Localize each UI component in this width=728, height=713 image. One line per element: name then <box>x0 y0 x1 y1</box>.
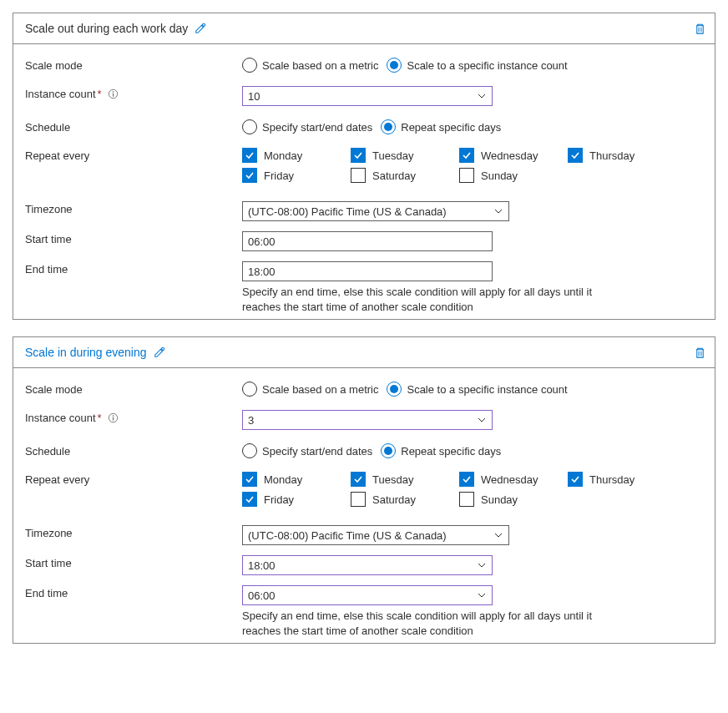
svg-point-4 <box>113 415 114 416</box>
instance-count-field[interactable]: 3 <box>242 410 493 430</box>
panel-header: Scale in during evening <box>13 337 715 368</box>
scale-condition-panel: Scale out during each work day Scale mod… <box>13 13 715 320</box>
end-time-helper: Specify an end time, else this scale con… <box>242 285 618 314</box>
schedule-label: Schedule <box>25 118 242 134</box>
scale-mode-label: Scale mode <box>25 380 242 396</box>
timezone-value: (UTC-08:00) Pacific Time (US & Canada) <box>248 528 493 542</box>
panel-header: Scale out during each work day <box>13 13 715 44</box>
start-time-label: Start time <box>25 554 242 569</box>
chevron-down-icon <box>477 590 487 600</box>
panel-body: Scale mode Scale based on a metric Scale… <box>13 44 715 319</box>
schedule-label: Schedule <box>25 442 242 458</box>
start-time-value: 06:00 <box>248 235 487 248</box>
repeat-every-label: Repeat every <box>25 470 242 486</box>
radio-label: Scale based on a metric <box>262 383 378 396</box>
scale-mode-metric-radio[interactable]: Scale based on a metric <box>242 58 378 73</box>
svg-rect-5 <box>113 417 114 421</box>
day-tuesday[interactable]: Tuesday <box>351 472 459 487</box>
chevron-down-icon <box>493 206 503 216</box>
start-time-label: Start time <box>25 230 242 245</box>
day-friday[interactable]: Friday <box>242 492 351 507</box>
scale-condition-panel: Scale in during evening Scale mode Scale… <box>13 336 715 644</box>
day-saturday[interactable]: Saturday <box>351 492 459 507</box>
day-wednesday[interactable]: Wednesday <box>459 472 568 487</box>
end-time-label: End time <box>25 260 242 276</box>
day-tuesday[interactable]: Tuesday <box>351 148 459 163</box>
radio-label: Repeat specific days <box>401 445 501 458</box>
radio-label: Scale to a specific instance count <box>407 383 567 396</box>
day-friday[interactable]: Friday <box>242 168 351 183</box>
panel-body: Scale mode Scale based on a metric Scale… <box>13 368 715 643</box>
edit-icon[interactable] <box>154 346 165 358</box>
scale-mode-count-radio[interactable]: Scale to a specific instance count <box>387 58 567 73</box>
end-time-label: End time <box>25 584 242 599</box>
edit-icon[interactable] <box>195 23 206 34</box>
end-time-field[interactable]: 18:00 <box>242 261 493 281</box>
timezone-label: Timezone <box>25 200 242 215</box>
day-sunday[interactable]: Sunday <box>459 168 568 183</box>
panel-title: Scale out during each work day <box>25 22 188 35</box>
info-icon[interactable] <box>108 412 119 423</box>
radio-label: Specify start/end dates <box>262 121 372 134</box>
instance-count-label: Instance count* <box>25 84 242 100</box>
schedule-repeat-radio[interactable]: Repeat specific days <box>381 119 501 134</box>
day-monday[interactable]: Monday <box>242 472 351 487</box>
schedule-dates-radio[interactable]: Specify start/end dates <box>242 119 372 134</box>
delete-icon[interactable] <box>694 23 706 35</box>
instance-count-value: 3 <box>248 413 477 427</box>
panel-title: Scale in during evening <box>25 346 147 359</box>
scale-mode-count-radio[interactable]: Scale to a specific instance count <box>387 382 567 397</box>
day-wednesday[interactable]: Wednesday <box>459 148 568 163</box>
end-time-value: 06:00 <box>248 589 477 602</box>
day-saturday[interactable]: Saturday <box>351 168 459 183</box>
info-icon[interactable] <box>108 88 119 99</box>
end-time-value: 18:00 <box>248 265 487 278</box>
schedule-dates-radio[interactable]: Specify start/end dates <box>242 443 372 458</box>
day-monday[interactable]: Monday <box>242 148 351 163</box>
day-thursday[interactable]: Thursday <box>568 148 676 163</box>
timezone-select[interactable]: (UTC-08:00) Pacific Time (US & Canada) <box>242 525 509 545</box>
repeat-every-label: Repeat every <box>25 146 242 162</box>
chevron-down-icon <box>477 91 487 101</box>
timezone-select[interactable]: (UTC-08:00) Pacific Time (US & Canada) <box>242 201 509 221</box>
chevron-down-icon <box>477 560 487 570</box>
start-time-value: 18:00 <box>248 559 477 572</box>
instance-count-field[interactable]: 10 <box>242 86 493 106</box>
radio-label: Scale based on a metric <box>262 59 378 72</box>
end-time-field[interactable]: 06:00 <box>242 585 493 605</box>
chevron-down-icon <box>477 415 487 425</box>
scale-mode-label: Scale mode <box>25 56 242 72</box>
day-thursday[interactable]: Thursday <box>568 472 676 487</box>
schedule-repeat-radio[interactable]: Repeat specific days <box>381 443 501 458</box>
radio-label: Repeat specific days <box>401 121 501 134</box>
start-time-field[interactable]: 18:00 <box>242 555 493 575</box>
timezone-value: (UTC-08:00) Pacific Time (US & Canada) <box>248 205 493 218</box>
timezone-label: Timezone <box>25 523 242 539</box>
instance-count-label: Instance count* <box>25 408 242 424</box>
scale-mode-metric-radio[interactable]: Scale based on a metric <box>242 382 378 397</box>
start-time-field[interactable]: 06:00 <box>242 231 493 251</box>
radio-label: Specify start/end dates <box>262 445 372 458</box>
radio-label: Scale to a specific instance count <box>407 59 567 72</box>
chevron-down-icon <box>493 530 503 540</box>
svg-rect-2 <box>113 94 114 97</box>
instance-count-value: 10 <box>248 89 477 103</box>
svg-point-1 <box>113 91 114 92</box>
day-sunday[interactable]: Sunday <box>459 492 568 507</box>
delete-icon[interactable] <box>694 346 706 359</box>
end-time-helper: Specify an end time, else this scale con… <box>242 609 618 638</box>
